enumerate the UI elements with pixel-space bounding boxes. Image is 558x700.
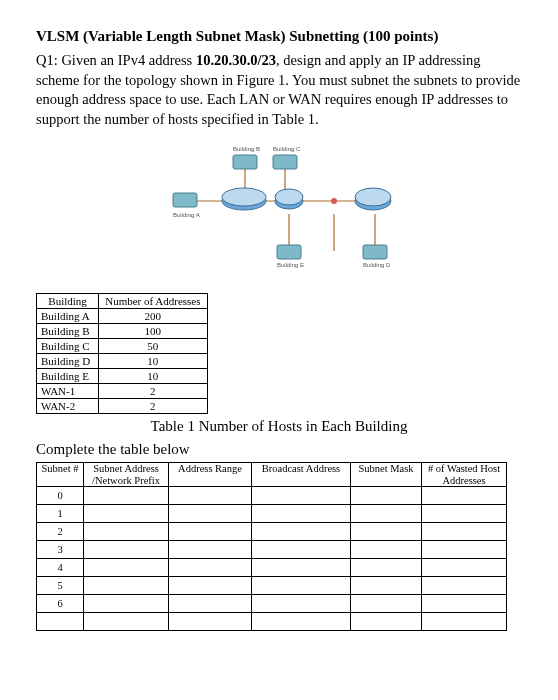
switch-icon bbox=[173, 193, 197, 207]
table-row: Building B100 bbox=[37, 324, 208, 339]
table-row: 5 bbox=[37, 577, 507, 595]
t1-header-addresses: Number of Addresses bbox=[99, 294, 207, 309]
table-row: Building E10 bbox=[37, 369, 208, 384]
wan-dot-icon bbox=[331, 198, 337, 204]
t2-h4: Subnet Mask bbox=[351, 463, 422, 487]
table1-caption: Table 1 Number of Hosts in Each Building bbox=[36, 418, 522, 435]
router-icon bbox=[275, 189, 303, 209]
diagram-label-b: Building B bbox=[233, 146, 260, 152]
table-row: Building D10 bbox=[37, 354, 208, 369]
diagram-label-c: Building C bbox=[273, 146, 301, 152]
table-row: 4 bbox=[37, 559, 507, 577]
svg-point-10 bbox=[275, 189, 303, 205]
diagram-label-e: Building E bbox=[277, 262, 304, 268]
table-row: Building C50 bbox=[37, 339, 208, 354]
hosts-table: Building Number of Addresses Building A2… bbox=[36, 293, 208, 414]
diagram-label-a: Building A bbox=[173, 212, 200, 218]
subhead: Complete the table below bbox=[36, 441, 522, 458]
question-text: Q1: Given an IPv4 address 10.20.30.0/23,… bbox=[36, 51, 522, 129]
switch-icon bbox=[277, 245, 301, 259]
table-row: 0 bbox=[37, 487, 507, 505]
table-row: 3 bbox=[37, 541, 507, 559]
page-title: VLSM (Variable Length Subnet Mask) Subne… bbox=[36, 28, 522, 45]
table-row: Building A200 bbox=[37, 309, 208, 324]
switch-icon bbox=[363, 245, 387, 259]
table-row: 1 bbox=[37, 505, 507, 523]
topology-diagram: Building A Building B Building C Buildin… bbox=[36, 139, 522, 283]
table-row: WAN-12 bbox=[37, 384, 208, 399]
answer-table: Subnet # Subnet Address/Network Prefix A… bbox=[36, 462, 507, 631]
t1-header-building: Building bbox=[37, 294, 99, 309]
svg-point-8 bbox=[222, 188, 266, 206]
t2-h0: Subnet # bbox=[37, 463, 84, 487]
switch-icon bbox=[233, 155, 257, 169]
t2-h1: Subnet Address/Network Prefix bbox=[84, 463, 169, 487]
t2-h3: Broadcast Address bbox=[252, 463, 351, 487]
router-icon bbox=[222, 188, 266, 210]
switch-icon bbox=[273, 155, 297, 169]
svg-point-12 bbox=[355, 188, 391, 206]
table-row: WAN-22 bbox=[37, 399, 208, 414]
q-prefix: Q1: Given an IPv4 address bbox=[36, 52, 196, 68]
table-row: 6 bbox=[37, 595, 507, 613]
diagram-label-d: Building D bbox=[363, 262, 391, 268]
q-address: 10.20.30.0/23 bbox=[196, 52, 276, 68]
router-icon bbox=[355, 188, 391, 210]
table-row bbox=[37, 613, 507, 631]
t2-h5: # of Wasted HostAddresses bbox=[422, 463, 507, 487]
t2-h2: Address Range bbox=[169, 463, 252, 487]
table-row: 2 bbox=[37, 523, 507, 541]
